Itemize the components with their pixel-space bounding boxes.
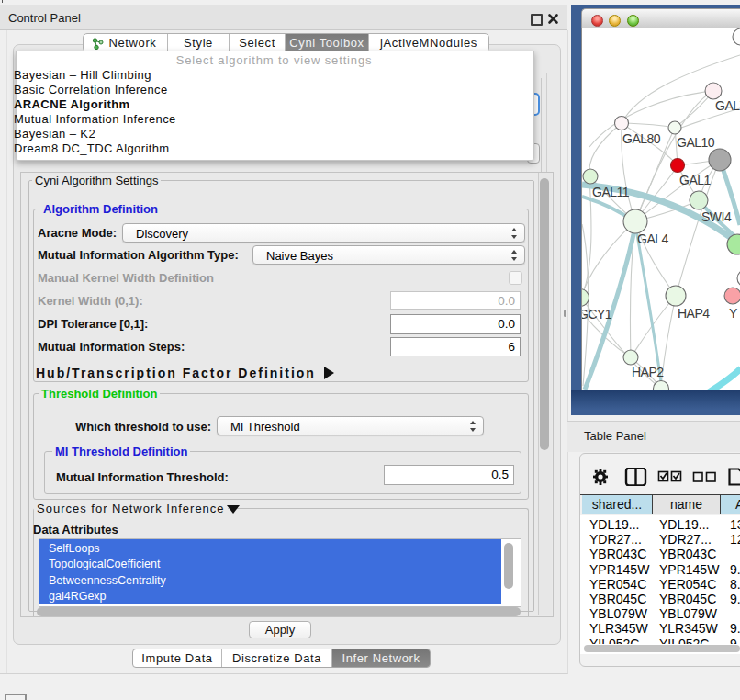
svg-text:GAL7: GAL7 bbox=[715, 98, 740, 113]
svg-text:SWI4: SWI4 bbox=[701, 209, 732, 224]
svg-text:GAL1: GAL1 bbox=[679, 173, 712, 187]
svg-text:HAP2: HAP2 bbox=[632, 365, 664, 379]
svg-text:GAL10: GAL10 bbox=[677, 135, 715, 150]
svg-text:GAL80: GAL80 bbox=[622, 131, 661, 146]
svg-text:GAL11: GAL11 bbox=[592, 185, 630, 199]
svg-text:HAP4: HAP4 bbox=[678, 306, 710, 321]
svg-text:Y: Y bbox=[729, 306, 738, 321]
svg-text:GAL4: GAL4 bbox=[637, 231, 669, 246]
svg-text:GCY1: GCY1 bbox=[582, 307, 612, 322]
